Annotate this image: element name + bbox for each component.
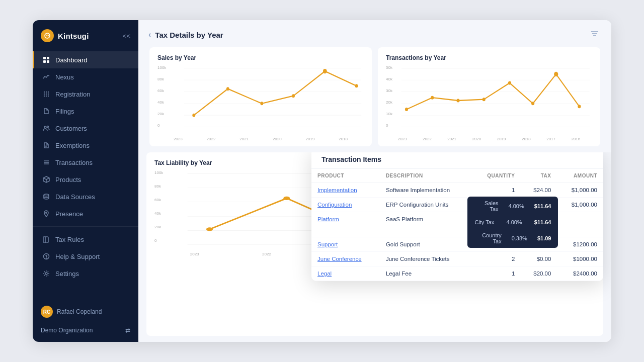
quantity-cell: 1 bbox=[472, 183, 521, 198]
sidebar-item-label: Tax Rules bbox=[55, 236, 84, 243]
product-cell: Implementation bbox=[311, 183, 380, 198]
svg-point-0 bbox=[45, 33, 50, 38]
book-icon bbox=[42, 235, 50, 243]
sidebar-item-customers[interactable]: Customers bbox=[33, 120, 138, 137]
amount-cell: $1,000.00 bbox=[557, 183, 603, 198]
product-link[interactable]: Legal bbox=[317, 270, 332, 277]
quantity-cell: 1 bbox=[472, 266, 521, 281]
sidebar-item-label: Exemptions bbox=[55, 142, 90, 149]
table-row: Legal Legal Fee 1 $20.00 $2400.00 bbox=[311, 266, 603, 281]
transactions-x-labels: 2023 2022 2021 2020 2019 2018 2017 2016 bbox=[386, 137, 592, 141]
transaction-items-panel: Transaction Items PRODUCT DESCRIPTION QU… bbox=[311, 152, 603, 281]
sidebar-item-transactions[interactable]: Transactions bbox=[33, 154, 138, 171]
table-row: June Conference June Conference Tickets … bbox=[311, 252, 603, 266]
product-cell: Configuration bbox=[311, 198, 380, 212]
filter-button[interactable] bbox=[590, 29, 599, 40]
svg-point-6 bbox=[46, 92, 47, 93]
sidebar-item-label: Data Sources bbox=[55, 193, 95, 201]
sidebar-item-registration[interactable]: Registration bbox=[33, 85, 138, 103]
svg-rect-3 bbox=[43, 60, 46, 63]
product-cell: June Conference bbox=[311, 252, 380, 266]
sidebar-item-label: Dashboard bbox=[55, 56, 88, 64]
svg-rect-1 bbox=[43, 57, 46, 59]
product-cell: Platform bbox=[311, 212, 380, 237]
svg-point-35 bbox=[192, 114, 195, 117]
col-product: PRODUCT bbox=[311, 169, 380, 183]
database-icon bbox=[42, 193, 50, 201]
tax-breakdown-row: Country Tax 0.38% $1.09 bbox=[467, 229, 558, 248]
product-link[interactable]: June Conference bbox=[317, 256, 362, 262]
transaction-table: PRODUCT DESCRIPTION QUANTITY TAX AMOUNT … bbox=[311, 169, 603, 281]
users-icon bbox=[42, 124, 50, 132]
sidebar-item-help[interactable]: Help & Support bbox=[33, 248, 138, 265]
product-link[interactable]: Platform bbox=[317, 216, 339, 222]
transactions-chart-area: 50k 40k 30k 20k 10k 0 bbox=[386, 65, 592, 136]
svg-point-47 bbox=[405, 108, 408, 111]
sidebar: Kintsugi << Dashboard Nexus bbox=[33, 20, 138, 342]
back-button[interactable]: ‹ bbox=[148, 30, 151, 39]
sidebar-item-filings[interactable]: Filings bbox=[33, 103, 138, 120]
sidebar-item-label: Settings bbox=[55, 270, 79, 278]
user-name: Rafael Copeland bbox=[57, 308, 102, 315]
user-profile[interactable]: RC Rafael Copeland bbox=[33, 301, 138, 322]
sidebar-item-label: Presence bbox=[55, 210, 83, 218]
svg-point-49 bbox=[456, 99, 459, 103]
grid-icon bbox=[42, 56, 50, 64]
tax-cell: $20.00 bbox=[521, 266, 557, 281]
tax-cell: Sales Tax 4.00% $11.64 City Tax 4.00% $1… bbox=[521, 198, 557, 212]
sidebar-divider bbox=[33, 226, 138, 227]
table-row: Support Gold Support 1 $85.00 $1200.00 bbox=[311, 237, 603, 252]
sidebar-item-label: Registration bbox=[55, 90, 90, 98]
svg-point-37 bbox=[260, 102, 263, 105]
org-name: Demo Organization bbox=[41, 327, 93, 334]
amount-cell: $2400.00 bbox=[557, 266, 603, 281]
description-cell: ERP Configuration Units bbox=[380, 198, 472, 212]
collapse-button[interactable]: << bbox=[123, 32, 130, 40]
svg-point-48 bbox=[431, 96, 434, 100]
col-tax: TAX bbox=[521, 169, 557, 183]
sidebar-item-data-sources[interactable]: Data Sources bbox=[33, 188, 138, 205]
sidebar-item-tax-rules[interactable]: Tax Rules bbox=[33, 231, 138, 248]
sidebar-nav: Dashboard Nexus Registration bbox=[33, 49, 138, 297]
page-header: ‹ Tax Details by Year bbox=[138, 20, 611, 47]
svg-point-52 bbox=[531, 102, 534, 105]
svg-point-61 bbox=[206, 227, 213, 231]
breadcrumb: ‹ Tax Details by Year bbox=[148, 30, 223, 39]
amount-cell: $1200.00 bbox=[557, 237, 603, 252]
svg-rect-2 bbox=[47, 57, 49, 59]
description-cell: SaaS Platform bbox=[380, 212, 472, 237]
sidebar-item-settings[interactable]: Settings bbox=[33, 265, 138, 282]
sidebar-item-dashboard[interactable]: Dashboard bbox=[33, 51, 138, 68]
svg-point-36 bbox=[226, 87, 229, 90]
product-link[interactable]: Configuration bbox=[317, 202, 352, 208]
sidebar-item-exemptions[interactable]: Exemptions bbox=[33, 137, 138, 154]
col-quantity: QUANTITY bbox=[472, 169, 521, 183]
tax-breakdown-row: Sales Tax 4.00% $11.64 bbox=[467, 197, 558, 216]
help-circle-icon bbox=[42, 252, 50, 260]
charts-row-top: Sales by Year 100k 80k 60k 40k 20k 0 bbox=[138, 47, 611, 152]
svg-point-21 bbox=[46, 212, 47, 213]
bottom-row: Tax Liability by Year 100k 80k 60k 40k 2… bbox=[138, 152, 611, 342]
list-icon bbox=[42, 158, 50, 166]
tax-cell: $0.00 bbox=[521, 252, 557, 266]
avatar: RC bbox=[41, 306, 53, 318]
sidebar-item-nexus[interactable]: Nexus bbox=[33, 68, 138, 85]
svg-point-14 bbox=[44, 126, 46, 128]
sidebar-item-label: Filings bbox=[55, 108, 74, 115]
description-cell: June Conference Tickets bbox=[380, 252, 472, 266]
dots-grid-icon bbox=[42, 90, 50, 98]
sidebar-item-presence[interactable]: Presence bbox=[33, 205, 138, 222]
product-link[interactable]: Implementation bbox=[317, 187, 357, 193]
sidebar-header: Kintsugi << bbox=[33, 20, 138, 49]
sidebar-item-products[interactable]: Products bbox=[33, 171, 138, 188]
svg-point-54 bbox=[578, 105, 581, 108]
tax-cell: $24.00 bbox=[521, 183, 557, 198]
logo-text: Kintsugi bbox=[58, 32, 89, 40]
org-switcher[interactable]: Demo Organization ⇄ bbox=[33, 322, 138, 342]
sidebar-item-label: Transactions bbox=[55, 159, 93, 166]
file-check-icon bbox=[42, 141, 50, 149]
svg-rect-4 bbox=[47, 60, 49, 63]
svg-point-24 bbox=[46, 258, 47, 258]
svg-point-50 bbox=[482, 98, 486, 101]
product-link[interactable]: Support bbox=[317, 241, 338, 247]
